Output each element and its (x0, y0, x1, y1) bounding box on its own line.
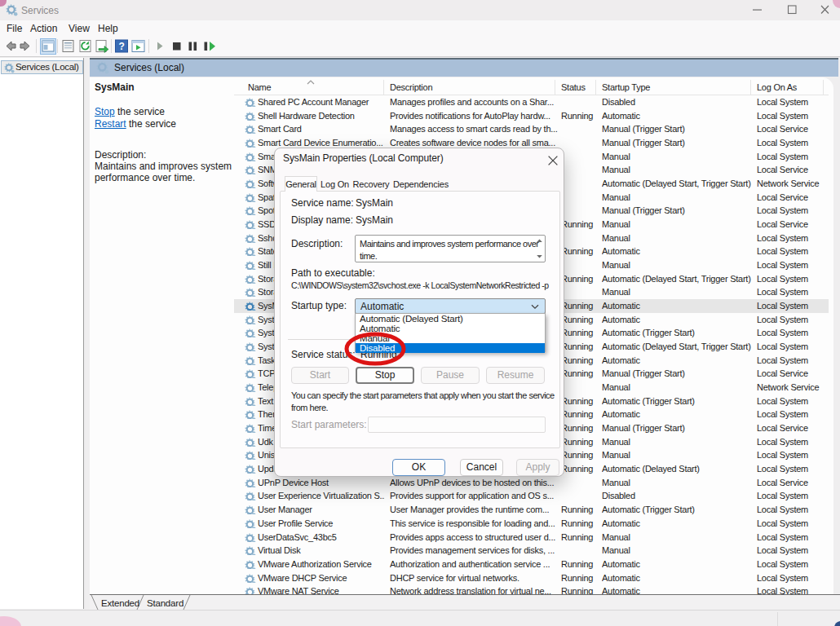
svg-text:Extended: Extended (101, 598, 139, 608)
svg-text:Standard: Standard (147, 598, 183, 608)
svg-text:?: ? (119, 41, 125, 52)
